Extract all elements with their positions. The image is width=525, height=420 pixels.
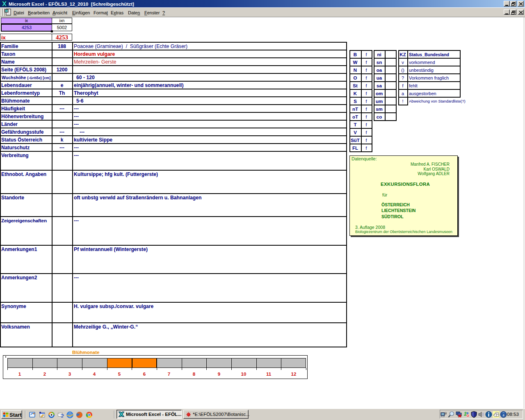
svg-text:a: a: [502, 413, 504, 417]
